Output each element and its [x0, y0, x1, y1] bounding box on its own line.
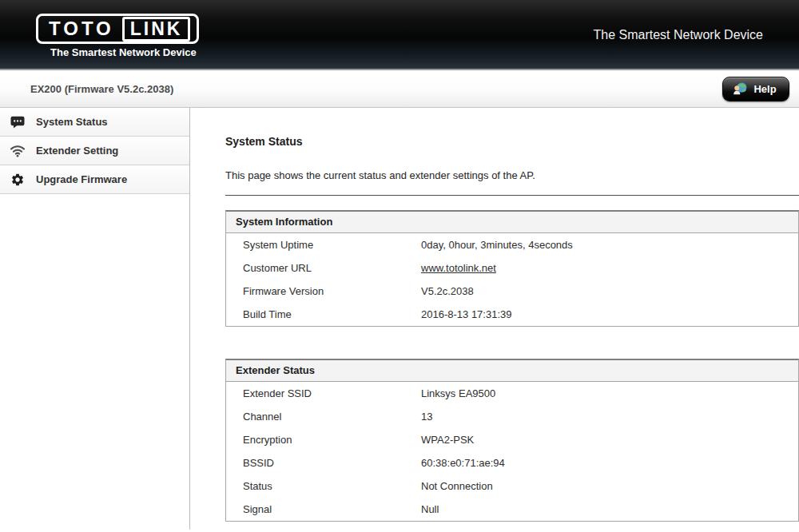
row-label: Customer URL: [226, 262, 421, 274]
table-body: System Uptime 0day, 0hour, 3minutes, 4se…: [226, 233, 798, 326]
table-row: Build Time 2016-8-13 17:31:39: [226, 303, 798, 326]
brand-header: TOTO LINK The Smartest Network Device Th…: [0, 0, 799, 70]
row-label: Encryption: [226, 434, 421, 446]
sidebar-item-extender-setting[interactable]: Extender Setting: [0, 137, 189, 165]
device-firmware-label: EX200 (Firmware V5.2c.2038): [30, 83, 173, 95]
table-row: BSSID 60:38:e0:71:ae:94: [226, 451, 798, 474]
gear-icon: [10, 173, 26, 187]
system-information-table: System Information System Uptime 0day, 0…: [225, 210, 799, 327]
row-label: Channel: [226, 411, 421, 423]
table-row: Firmware Version V5.2c.2038: [226, 280, 798, 303]
row-value: Not Connection: [421, 480, 493, 492]
row-value: WPA2-PSK: [421, 434, 474, 446]
chat-icon: [10, 116, 26, 129]
row-value: 0day, 0hour, 3minutes, 4seconds: [421, 239, 573, 251]
table-title: System Information: [226, 212, 798, 233]
help-globe-icon: [732, 81, 748, 97]
customer-url-link[interactable]: www.totolink.net: [421, 262, 496, 274]
row-label: BSSID: [226, 457, 421, 469]
table-row: Extender SSID Linksys EA9500: [226, 382, 798, 405]
row-value: 13: [421, 411, 432, 423]
sidebar-item-label: Extender Setting: [36, 145, 118, 157]
content-divider: [225, 195, 799, 196]
page-description: This page shows the current status and e…: [225, 169, 799, 181]
table-row: Signal Null: [226, 498, 798, 521]
table-body: Extender SSID Linksys EA9500 Channel 13 …: [226, 382, 798, 521]
row-value: 2016-8-13 17:31:39: [421, 308, 511, 320]
sidebar: System Status Extender Setting Upgrade F…: [0, 108, 190, 530]
table-row: Status Not Connection: [226, 474, 798, 498]
table-row: Customer URL www.totolink.net: [226, 256, 798, 280]
table-row: System Uptime 0day, 0hour, 3minutes, 4se…: [226, 233, 798, 256]
logo-link-box: LINK: [122, 17, 191, 42]
toolbar: EX200 (Firmware V5.2c.2038) Help: [0, 70, 799, 108]
content-area: System Status This page shows the curren…: [190, 108, 799, 530]
row-value: V5.2c.2038: [421, 285, 474, 297]
totolink-logo: TOTO LINK: [36, 14, 199, 44]
wifi-icon: [10, 145, 26, 157]
row-value: Linksys EA9500: [421, 387, 495, 399]
main-layout: System Status Extender Setting Upgrade F…: [0, 108, 799, 530]
row-value: Null: [421, 503, 439, 515]
sidebar-item-label: Upgrade Firmware: [36, 173, 127, 185]
row-label: Firmware Version: [226, 285, 421, 297]
row-label: Build Time: [226, 308, 421, 320]
row-label: System Uptime: [226, 239, 421, 251]
row-label: Status: [226, 480, 421, 492]
sidebar-item-upgrade-firmware[interactable]: Upgrade Firmware: [0, 165, 189, 194]
sidebar-item-label: System Status: [36, 116, 108, 128]
logo-link-text: LINK: [130, 18, 183, 39]
table-row: Encryption WPA2-PSK: [226, 428, 798, 451]
page-title: System Status: [225, 135, 799, 148]
sidebar-item-system-status[interactable]: System Status: [0, 108, 189, 137]
help-button-label: Help: [753, 83, 776, 95]
logo-tagline: The Smartest Network Device: [50, 46, 197, 58]
row-value: 60:38:e0:71:ae:94: [421, 457, 505, 469]
logo-toto-text: TOTO: [49, 19, 114, 38]
table-title: Extender Status: [226, 360, 798, 382]
extender-status-table: Extender Status Extender SSID Linksys EA…: [225, 359, 799, 522]
header-tagline: The Smartest Network Device: [593, 28, 763, 42]
table-row: Channel 13: [226, 405, 798, 428]
help-button[interactable]: Help: [722, 77, 789, 101]
row-label: Extender SSID: [226, 387, 421, 399]
row-label: Signal: [226, 503, 421, 515]
